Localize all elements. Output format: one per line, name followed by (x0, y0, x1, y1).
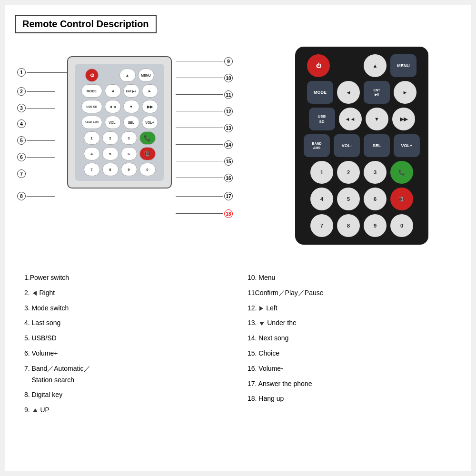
r-btn-hangup[interactable]: 📵 (390, 188, 413, 210)
btn-2[interactable]: 2 (102, 131, 119, 145)
desc-item-3: 3. Mode switch (24, 301, 228, 316)
r-btn-right[interactable]: ► (394, 81, 416, 104)
desc-item-8: 8. Digital key (24, 387, 228, 403)
r-btn-num-8[interactable]: 8 (337, 214, 360, 237)
r-btn-down[interactable]: ▼ (366, 108, 388, 130)
desc-item-14: 14. Next song (248, 331, 452, 346)
callout-1: 1 (17, 68, 26, 77)
desc-item-11: 11Confirm／Play／Pause (248, 286, 452, 301)
r-btn-next-track[interactable]: ▶▶ (392, 108, 415, 130)
btn-3[interactable]: 3 (121, 131, 137, 145)
btn-power[interactable]: ⏻ (85, 69, 99, 82)
r-btn-prev[interactable]: ◄◄ (339, 108, 362, 130)
btn-8[interactable]: 8 (102, 163, 119, 176)
btn-call[interactable]: 📞 (139, 131, 156, 145)
r-btn-usb[interactable]: USBSD (309, 108, 335, 130)
r-btn-vol-minus[interactable]: VOL- (334, 134, 360, 157)
real-remote-section: ⏻ ▲ MENU MODE ◄ ENT▶II ► USBSD ◄◄ ▼ (262, 42, 461, 256)
r-btn-num-1[interactable]: 1 (310, 161, 333, 184)
desc-item-12: 12. Left (248, 301, 452, 316)
btn-mode[interactable]: MODE (81, 84, 102, 98)
btn-9[interactable]: 9 (121, 163, 137, 176)
btn-next[interactable]: ▶▶ (142, 100, 158, 113)
r-btn-num-0[interactable]: 0 (390, 214, 413, 237)
main-container: Remote Control Description ⏻ ▲ MENU (5, 5, 471, 471)
desc-item-15: 15. Choice (248, 346, 452, 361)
diagram-section: ⏻ ▲ MENU MODE ◄ ENT ▶II ► (15, 42, 253, 256)
btn-prev[interactable]: ◄◄ (105, 100, 121, 113)
btn-sel[interactable]: SEL (123, 116, 139, 129)
callout-9: 9 (224, 57, 233, 66)
btn-4[interactable]: 4 (84, 147, 100, 160)
r-btn-menu[interactable]: MENU (390, 54, 416, 77)
r-btn-sel[interactable]: SEL (364, 134, 390, 157)
desc-item-5: 5. USB/SD (24, 331, 228, 346)
btn-6[interactable]: 6 (121, 147, 137, 160)
r-btn-up[interactable]: ▲ (364, 54, 387, 77)
desc-right-col: 10. Menu 11Confirm／Play／Pause 12. Left 1… (248, 270, 452, 418)
desc-item-16: 16. Volume- (248, 361, 452, 377)
btn-band[interactable]: BAND AMS (81, 116, 102, 129)
btn-down[interactable]: ▼ (123, 100, 139, 113)
callout-3: 3 (17, 104, 26, 112)
callout-4: 4 (17, 119, 26, 128)
remote-body: ⏻ ▲ MENU MODE ◄ ENT▶II ► USBSD ◄◄ ▼ (295, 47, 428, 245)
r-btn-ent[interactable]: ENT▶II (364, 81, 390, 104)
desc-item-9: 9. UP (24, 403, 228, 418)
r-btn-band[interactable]: BANDAMS (304, 134, 330, 157)
btn-7[interactable]: 7 (84, 163, 100, 176)
callout-17: 17 (224, 192, 233, 200)
callout-8: 8 (17, 192, 26, 200)
r-btn-num-5[interactable]: 5 (337, 188, 360, 210)
desc-item-13: 13. Under the (248, 316, 452, 331)
callout-12: 12 (224, 107, 233, 116)
desc-item-18: 18. Hang up (248, 391, 452, 407)
btn-hangup[interactable]: 📵 (139, 147, 156, 160)
r-btn-left[interactable]: ◄ (337, 81, 360, 104)
btn-menu[interactable]: MENU (138, 69, 154, 82)
remote-diagram-inner: ⏻ ▲ MENU MODE ◄ ENT ▶II ► (75, 64, 164, 181)
btn-1[interactable]: 1 (84, 131, 100, 145)
callout-16: 16 (224, 174, 233, 182)
r-btn-num-9[interactable]: 9 (364, 214, 387, 237)
btn-usb[interactable]: USB SD (81, 100, 102, 113)
r-btn-num-3[interactable]: 3 (364, 161, 387, 184)
desc-item-7: 7. Band／Automatic／ Station search (24, 361, 228, 388)
callout-18: 18 (224, 209, 233, 218)
r-btn-num-2[interactable]: 2 (337, 161, 360, 184)
r-btn-num-6[interactable]: 6 (364, 188, 387, 210)
callout-11: 11 (224, 90, 233, 99)
r-btn-num-7[interactable]: 7 (310, 214, 333, 237)
description-section: 1.Power switch 2. Right 3. Mode switch 4… (15, 266, 461, 423)
callout-7: 7 (17, 169, 26, 178)
btn-volplus[interactable]: VOL+ (142, 116, 158, 129)
btn-0[interactable]: 0 (139, 163, 156, 176)
callout-10: 10 (224, 74, 233, 82)
desc-left-col: 1.Power switch 2. Right 3. Mode switch 4… (24, 270, 228, 418)
callout-2: 2 (17, 87, 26, 96)
desc-item-17: 17. Answer the phone (248, 377, 452, 392)
callout-5: 5 (17, 136, 26, 145)
desc-item-2: 2. Right (24, 286, 228, 301)
page-title: Remote Control Description (15, 15, 157, 33)
top-section: ⏻ ▲ MENU MODE ◄ ENT ▶II ► (15, 42, 461, 256)
callout-15: 15 (224, 157, 233, 166)
btn-ent[interactable]: ENT ▶II (123, 84, 139, 98)
desc-item-1: 1.Power switch (24, 270, 228, 286)
btn-5[interactable]: 5 (102, 147, 119, 160)
desc-item-6: 6. Volume+ (24, 346, 228, 361)
r-btn-vol-plus[interactable]: VOL+ (394, 134, 420, 157)
btn-right[interactable]: ► (142, 84, 158, 98)
r-btn-power[interactable]: ⏻ (307, 54, 330, 77)
r-btn-num-4[interactable]: 4 (310, 188, 333, 210)
r-btn-mode[interactable]: MODE (307, 81, 333, 104)
desc-item-10: 10. Menu (248, 270, 452, 286)
callout-14: 14 (224, 140, 233, 149)
btn-left[interactable]: ◄ (105, 84, 121, 98)
btn-volminus[interactable]: VOL- (105, 116, 121, 129)
btn-up[interactable]: ▲ (119, 69, 136, 82)
r-btn-call-green[interactable]: 📞 (390, 161, 413, 184)
callout-13: 13 (224, 124, 233, 132)
callout-6: 6 (17, 153, 26, 161)
desc-item-4: 4. Last song (24, 316, 228, 331)
